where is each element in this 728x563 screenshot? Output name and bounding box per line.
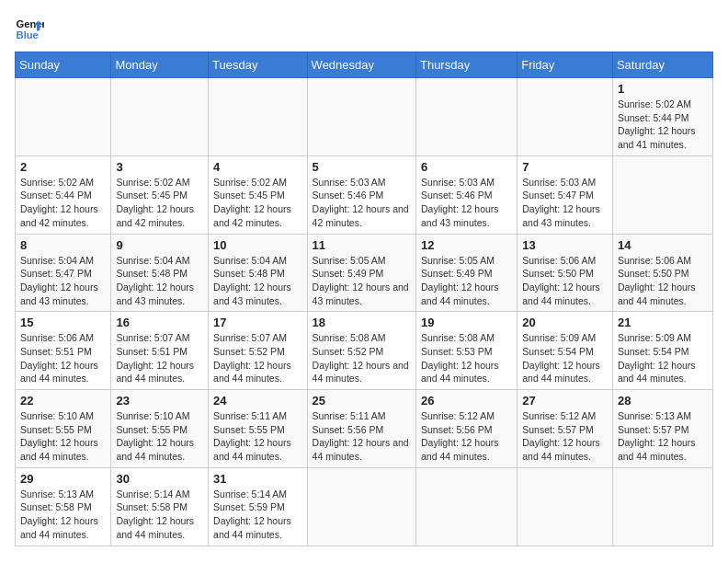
day-info: Sunrise: 5:12 AMSunset: 5:56 PMDaylight:… bbox=[421, 409, 512, 464]
day-info: Sunrise: 5:07 AMSunset: 5:52 PMDaylight:… bbox=[213, 331, 301, 385]
day-info: Sunrise: 5:06 AMSunset: 5:50 PMDaylight:… bbox=[618, 254, 708, 308]
day-number: 28 bbox=[618, 394, 708, 408]
day-info: Sunrise: 5:08 AMSunset: 5:53 PMDaylight:… bbox=[421, 331, 512, 385]
calendar-cell: 15 Sunrise: 5:06 AMSunset: 5:51 PMDaylig… bbox=[16, 312, 111, 390]
day-number: 1 bbox=[618, 82, 708, 96]
calendar-cell: 27 Sunrise: 5:12 AMSunset: 5:57 PMDaylig… bbox=[518, 390, 613, 468]
calendar-week-row: 29 Sunrise: 5:13 AMSunset: 5:58 PMDaylig… bbox=[16, 467, 713, 546]
calendar-cell: 20 Sunrise: 5:09 AMSunset: 5:54 PMDaylig… bbox=[518, 312, 613, 390]
calendar-cell bbox=[16, 78, 111, 156]
calendar-cell: 6 Sunrise: 5:03 AMSunset: 5:46 PMDayligh… bbox=[415, 155, 517, 234]
day-number: 25 bbox=[313, 394, 411, 408]
calendar-cell: 14 Sunrise: 5:06 AMSunset: 5:50 PMDaylig… bbox=[612, 234, 712, 312]
day-number: 5 bbox=[313, 160, 411, 174]
calendar-cell bbox=[307, 467, 415, 546]
day-info: Sunrise: 5:02 AMSunset: 5:45 PMDaylight:… bbox=[116, 176, 203, 230]
calendar-week-row: 8 Sunrise: 5:04 AMSunset: 5:47 PMDayligh… bbox=[16, 234, 713, 312]
calendar-cell bbox=[209, 78, 307, 156]
calendar-cell: 28 Sunrise: 5:13 AMSunset: 5:57 PMDaylig… bbox=[612, 390, 712, 468]
day-info: Sunrise: 5:14 AMSunset: 5:59 PMDaylight:… bbox=[213, 488, 301, 542]
calendar-cell: 24 Sunrise: 5:11 AMSunset: 5:55 PMDaylig… bbox=[209, 390, 307, 468]
calendar-cell: 19 Sunrise: 5:08 AMSunset: 5:53 PMDaylig… bbox=[415, 312, 517, 390]
day-number: 9 bbox=[116, 238, 203, 252]
day-number: 21 bbox=[618, 316, 708, 329]
calendar-cell: 9 Sunrise: 5:04 AMSunset: 5:48 PMDayligh… bbox=[111, 234, 209, 312]
calendar-cell: 16 Sunrise: 5:07 AMSunset: 5:51 PMDaylig… bbox=[111, 312, 209, 390]
calendar-week-row: 2 Sunrise: 5:02 AMSunset: 5:44 PMDayligh… bbox=[16, 155, 713, 234]
day-header-tuesday: Tuesday bbox=[209, 52, 307, 78]
day-number: 8 bbox=[20, 238, 106, 252]
calendar-cell bbox=[518, 467, 613, 546]
day-info: Sunrise: 5:11 AMSunset: 5:55 PMDaylight:… bbox=[213, 409, 301, 464]
day-number: 16 bbox=[116, 316, 203, 329]
day-header-friday: Friday bbox=[518, 52, 613, 78]
day-info: Sunrise: 5:07 AMSunset: 5:51 PMDaylight:… bbox=[116, 331, 203, 385]
day-header-monday: Monday bbox=[111, 52, 209, 78]
day-number: 11 bbox=[313, 238, 411, 252]
day-info: Sunrise: 5:03 AMSunset: 5:46 PMDaylight:… bbox=[313, 176, 411, 230]
day-number: 26 bbox=[421, 394, 512, 408]
day-number: 30 bbox=[116, 472, 203, 486]
calendar-cell: 7 Sunrise: 5:03 AMSunset: 5:47 PMDayligh… bbox=[518, 155, 613, 234]
calendar-cell: 4 Sunrise: 5:02 AMSunset: 5:45 PMDayligh… bbox=[209, 155, 307, 234]
calendar-table: SundayMondayTuesdayWednesdayThursdayFrid… bbox=[15, 52, 713, 546]
day-info: Sunrise: 5:02 AMSunset: 5:44 PMDaylight:… bbox=[618, 98, 708, 152]
calendar-week-row: 15 Sunrise: 5:06 AMSunset: 5:51 PMDaylig… bbox=[16, 312, 713, 390]
day-number: 31 bbox=[213, 472, 301, 486]
day-number: 14 bbox=[618, 238, 708, 252]
day-number: 20 bbox=[522, 316, 608, 329]
calendar-week-row: 1 Sunrise: 5:02 AMSunset: 5:44 PMDayligh… bbox=[16, 78, 713, 156]
calendar-cell bbox=[612, 467, 712, 546]
calendar-cell: 1 Sunrise: 5:02 AMSunset: 5:44 PMDayligh… bbox=[612, 78, 712, 156]
day-header-saturday: Saturday bbox=[612, 52, 712, 78]
logo-icon: General Blue bbox=[15, 15, 44, 44]
day-number: 15 bbox=[20, 316, 106, 329]
day-number: 29 bbox=[20, 472, 106, 486]
day-number: 10 bbox=[213, 238, 301, 252]
day-number: 7 bbox=[522, 160, 608, 174]
calendar-cell: 11 Sunrise: 5:05 AMSunset: 5:49 PMDaylig… bbox=[307, 234, 415, 312]
calendar-cell: 12 Sunrise: 5:05 AMSunset: 5:49 PMDaylig… bbox=[415, 234, 517, 312]
day-info: Sunrise: 5:08 AMSunset: 5:52 PMDaylight:… bbox=[313, 331, 411, 385]
day-header-sunday: Sunday bbox=[16, 52, 111, 78]
calendar-cell: 29 Sunrise: 5:13 AMSunset: 5:58 PMDaylig… bbox=[16, 467, 111, 546]
day-number: 12 bbox=[421, 238, 512, 252]
header: General Blue bbox=[15, 15, 713, 44]
calendar-week-row: 22 Sunrise: 5:10 AMSunset: 5:55 PMDaylig… bbox=[16, 390, 713, 468]
day-info: Sunrise: 5:09 AMSunset: 5:54 PMDaylight:… bbox=[522, 331, 608, 385]
calendar-cell bbox=[612, 155, 712, 234]
day-info: Sunrise: 5:03 AMSunset: 5:46 PMDaylight:… bbox=[421, 176, 512, 230]
calendar-cell: 31 Sunrise: 5:14 AMSunset: 5:59 PMDaylig… bbox=[209, 467, 307, 546]
day-info: Sunrise: 5:04 AMSunset: 5:47 PMDaylight:… bbox=[20, 254, 106, 308]
day-number: 18 bbox=[313, 316, 411, 329]
day-info: Sunrise: 5:12 AMSunset: 5:57 PMDaylight:… bbox=[522, 409, 608, 464]
calendar-cell: 5 Sunrise: 5:03 AMSunset: 5:46 PMDayligh… bbox=[307, 155, 415, 234]
day-number: 17 bbox=[213, 316, 301, 329]
logo: General Blue bbox=[15, 15, 44, 44]
day-info: Sunrise: 5:13 AMSunset: 5:57 PMDaylight:… bbox=[618, 409, 708, 464]
calendar-cell: 23 Sunrise: 5:10 AMSunset: 5:55 PMDaylig… bbox=[111, 390, 209, 468]
day-info: Sunrise: 5:04 AMSunset: 5:48 PMDaylight:… bbox=[116, 254, 203, 308]
calendar-cell: 3 Sunrise: 5:02 AMSunset: 5:45 PMDayligh… bbox=[111, 155, 209, 234]
day-info: Sunrise: 5:10 AMSunset: 5:55 PMDaylight:… bbox=[116, 409, 203, 464]
day-info: Sunrise: 5:02 AMSunset: 5:45 PMDaylight:… bbox=[213, 176, 301, 230]
calendar-cell: 10 Sunrise: 5:04 AMSunset: 5:48 PMDaylig… bbox=[209, 234, 307, 312]
day-info: Sunrise: 5:10 AMSunset: 5:55 PMDaylight:… bbox=[20, 409, 106, 464]
day-info: Sunrise: 5:05 AMSunset: 5:49 PMDaylight:… bbox=[421, 254, 512, 308]
day-info: Sunrise: 5:04 AMSunset: 5:48 PMDaylight:… bbox=[213, 254, 301, 308]
calendar-cell bbox=[518, 78, 613, 156]
day-number: 3 bbox=[116, 160, 203, 174]
day-info: Sunrise: 5:14 AMSunset: 5:58 PMDaylight:… bbox=[116, 488, 203, 542]
calendar-cell bbox=[307, 78, 415, 156]
calendar-cell: 18 Sunrise: 5:08 AMSunset: 5:52 PMDaylig… bbox=[307, 312, 415, 390]
calendar-cell: 8 Sunrise: 5:04 AMSunset: 5:47 PMDayligh… bbox=[16, 234, 111, 312]
day-info: Sunrise: 5:06 AMSunset: 5:51 PMDaylight:… bbox=[20, 331, 106, 385]
day-number: 2 bbox=[20, 160, 106, 174]
day-number: 13 bbox=[522, 238, 608, 252]
day-number: 19 bbox=[421, 316, 512, 329]
day-number: 22 bbox=[20, 394, 106, 408]
day-info: Sunrise: 5:02 AMSunset: 5:44 PMDaylight:… bbox=[20, 176, 106, 230]
day-number: 4 bbox=[213, 160, 301, 174]
day-header-wednesday: Wednesday bbox=[307, 52, 415, 78]
day-number: 24 bbox=[213, 394, 301, 408]
